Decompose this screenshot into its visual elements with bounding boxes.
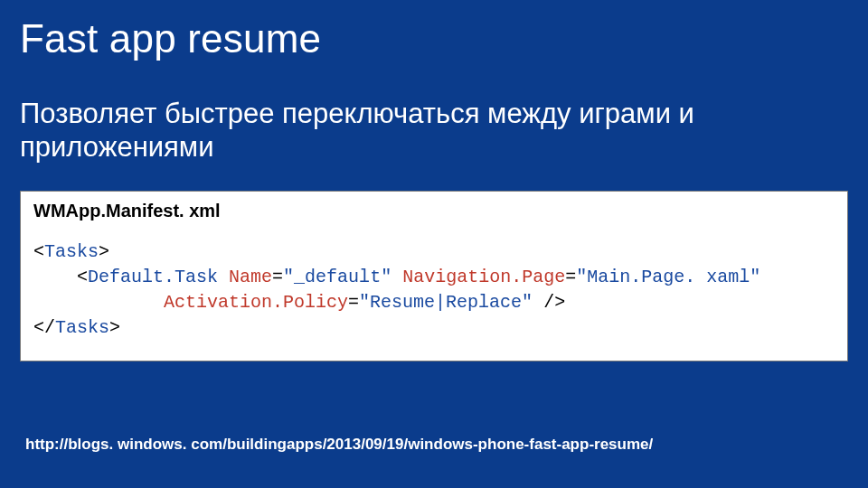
slide-container: Fast app resume Позволяет быстрее перекл… xyxy=(0,0,868,488)
code-attr-activationpolicy: Activation.Policy xyxy=(164,292,348,313)
code-punc: > xyxy=(109,317,120,338)
code-punc: /> xyxy=(533,292,565,313)
code-indent xyxy=(33,292,164,313)
code-space xyxy=(218,267,229,287)
code-filename: WMApp.Manifest. xml xyxy=(33,201,835,221)
code-val-mainpage: "Main.Page. xaml" xyxy=(576,267,760,287)
code-punc: = xyxy=(348,292,359,313)
code-punc: < xyxy=(33,241,44,262)
code-val-resume: "Resume|Replace" xyxy=(359,292,533,313)
code-tag-tasks-close: Tasks xyxy=(55,317,109,338)
code-block: <Tasks> <Default.Task Name="_default" Na… xyxy=(33,239,835,341)
code-punc: = xyxy=(272,267,283,287)
code-punc: </ xyxy=(33,317,55,338)
footer-reference-link[interactable]: http://blogs. windows. com/buildingapps/… xyxy=(25,436,653,454)
code-punc: = xyxy=(565,267,576,287)
code-attr-navpage: Navigation.Page xyxy=(402,267,565,287)
code-punc: > xyxy=(99,241,109,262)
code-card: WMApp.Manifest. xml <Tasks> <Default.Tas… xyxy=(20,191,848,361)
code-attr-name: Name xyxy=(229,267,272,287)
code-punc: < xyxy=(77,267,88,287)
code-tag-tasks-open: Tasks xyxy=(44,241,99,262)
code-tag-defaulttask: Default.Task xyxy=(88,267,218,287)
slide-subtitle: Позволяет быстрее переключаться между иг… xyxy=(20,98,848,164)
code-val-default: "_default" xyxy=(283,267,392,287)
code-space xyxy=(392,267,402,287)
code-indent xyxy=(33,267,77,287)
slide-title: Fast app resume xyxy=(20,16,848,61)
